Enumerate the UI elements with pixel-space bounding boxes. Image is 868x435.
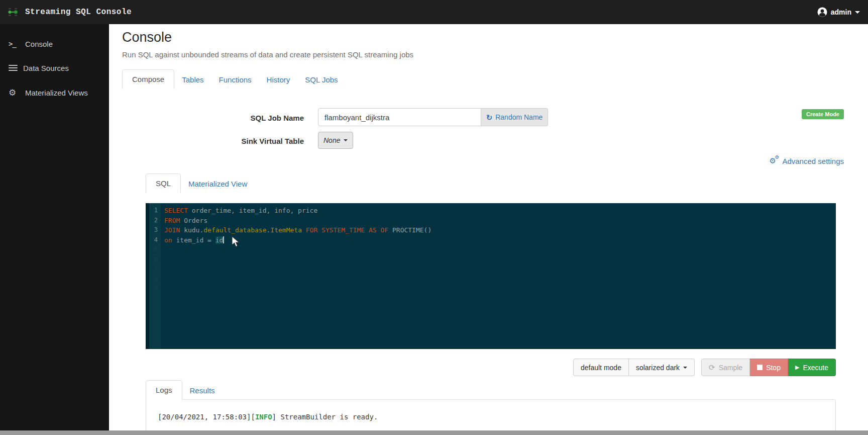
page-subtitle: Run SQL against unbounded streams of dat… xyxy=(122,50,413,59)
chevron-down-icon xyxy=(855,11,860,14)
page-title: Console xyxy=(122,30,172,45)
user-icon xyxy=(817,7,827,17)
create-mode-badge: Create Mode xyxy=(802,109,844,119)
sql-job-name-group: ↻ Random Name xyxy=(318,108,548,126)
sidebar-item-label: Data Sources xyxy=(23,64,69,72)
run-group: ⟳ Sample Stop ▶ Execute xyxy=(701,359,836,376)
stop-icon xyxy=(757,365,763,370)
stop-button[interactable]: Stop xyxy=(750,359,788,376)
sql-job-name-label: SQL Job Name xyxy=(203,114,304,122)
user-menu[interactable]: admin xyxy=(817,0,860,24)
sync-icon: ⟳ xyxy=(709,364,715,371)
brand: Streaming SQL Console xyxy=(0,7,132,17)
tab-logs[interactable]: Logs xyxy=(146,380,182,400)
sidebar: >_ Console Data Sources ⚙ Materialized V… xyxy=(0,24,109,430)
tab-history[interactable]: History xyxy=(259,70,298,89)
theme-select-button[interactable]: solarized dark xyxy=(629,359,695,376)
app-logo-icon xyxy=(7,7,19,17)
sidebar-item-console[interactable]: >_ Console xyxy=(0,36,109,51)
sink-virtual-table-select[interactable]: None xyxy=(318,132,353,149)
gear-icon: ⚙ xyxy=(9,89,20,97)
editor-toolbar: default mode solarized dark ⟳ Sample Sto… xyxy=(573,359,836,376)
sql-job-name-input[interactable] xyxy=(318,108,481,126)
tab-compose[interactable]: Compose xyxy=(122,69,174,89)
tab-materialized-view[interactable]: Materialized View xyxy=(181,175,255,193)
play-icon: ▶ xyxy=(795,365,799,370)
list-icon xyxy=(9,65,18,71)
logs-panel: [20/04/2021, 17:58:03][INFO] StreamBuild… xyxy=(146,399,836,430)
top-bar: Streaming SQL Console admin xyxy=(0,0,868,24)
tab-functions[interactable]: Functions xyxy=(211,70,259,89)
user-name: admin xyxy=(831,8,851,16)
chevron-down-icon xyxy=(683,367,687,369)
gears-icon: ⚙⚙ xyxy=(769,156,779,165)
log-line: [20/04/2021, 17:58:03][INFO] StreamBuild… xyxy=(158,413,378,421)
console-tabs: Compose Tables Functions History SQL Job… xyxy=(122,69,346,89)
main-content: Console Run SQL against unbounded stream… xyxy=(109,24,868,430)
sql-editor[interactable]: 123456789 SELECT order_time, item_id, in… xyxy=(146,203,836,349)
execute-button[interactable]: ▶ Execute xyxy=(788,359,836,376)
sample-button[interactable]: ⟳ Sample xyxy=(701,359,750,376)
advanced-settings-link[interactable]: ⚙⚙ Advanced settings xyxy=(769,156,844,165)
sidebar-item-materialized-views[interactable]: ⚙ Materialized Views xyxy=(0,85,109,100)
chevron-down-icon xyxy=(344,139,348,141)
tab-results[interactable]: Results xyxy=(182,381,223,400)
app-title: Streaming SQL Console xyxy=(25,8,132,17)
sink-virtual-table-label: Sink Virtual Table xyxy=(203,137,304,145)
results-tabs: Logs Results xyxy=(146,380,223,400)
editor-tabs: SQL Materialized View xyxy=(146,173,255,193)
sidebar-item-data-sources[interactable]: Data Sources xyxy=(0,60,109,75)
tab-sql[interactable]: SQL xyxy=(146,173,181,193)
random-name-button[interactable]: ↻ Random Name xyxy=(481,108,548,126)
refresh-icon: ↻ xyxy=(486,114,493,121)
editor-line-numbers: 123456789 xyxy=(146,203,161,349)
sidebar-item-label: Console xyxy=(25,40,53,48)
default-mode-button[interactable]: default mode xyxy=(573,359,629,376)
mode-theme-group: default mode solarized dark xyxy=(573,359,695,376)
bottom-edge xyxy=(0,430,868,435)
terminal-icon: >_ xyxy=(9,40,20,48)
sidebar-item-label: Materialized Views xyxy=(25,89,88,97)
editor-code: SELECT order_time, item_id, info, priceF… xyxy=(161,206,836,349)
tab-tables[interactable]: Tables xyxy=(174,70,211,89)
tab-sql-jobs[interactable]: SQL Jobs xyxy=(297,70,345,89)
